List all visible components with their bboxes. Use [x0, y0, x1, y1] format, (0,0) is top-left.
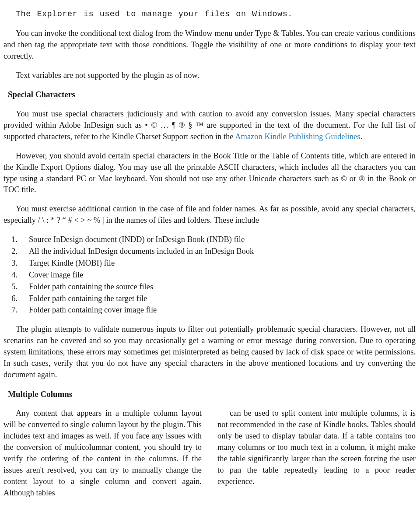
list-item: Source InDesign document (INDD) or InDes… [24, 234, 416, 245]
code-sample-line: The Explorer is used to manage your file… [16, 9, 416, 20]
list-item: Folder path containing cover image file [24, 305, 416, 316]
list-item: Folder path containing the target file [24, 293, 416, 305]
list-item: All the individual InDesign documents in… [24, 246, 416, 257]
heading-multiple-columns: Multiple Columns [8, 389, 416, 400]
multi-column-container: Any content that appears in a multiple c… [4, 408, 416, 498]
list-item: Folder path containing the source files [24, 281, 416, 293]
list-item: Target Kindle (MOBI) file [24, 258, 416, 269]
paragraph-validation: The plugin attempts to validate numerous… [4, 324, 416, 380]
file-list: Source InDesign document (INDD) or InDes… [24, 234, 416, 316]
paragraph-file-folder-names: You must exercise additional caution in … [4, 203, 416, 226]
list-item: Cover image file [24, 270, 416, 281]
paragraph-special-chars-intro: You must use special characters judiciou… [4, 109, 416, 143]
column-left: Any content that appears in a multiple c… [4, 408, 202, 498]
link-publishing-guidelines[interactable]: Amazon Kindle Publishing Guidelines [235, 132, 360, 141]
paragraph-text-variables: Text variables are not supported by the … [4, 70, 416, 81]
paragraph-avoid-chars-title: However, you should avoid certain specia… [4, 151, 416, 196]
column-left-text: Any content that appears in a multiple c… [4, 408, 202, 498]
paragraph-conditional-text: You can invoke the conditional text dial… [4, 28, 416, 62]
heading-special-characters: Special Characters [8, 89, 416, 101]
paragraph-special-chars-text-b: . [360, 132, 362, 141]
column-right-text: can be used to split content into multip… [217, 408, 416, 487]
column-right: can be used to split content into multip… [217, 408, 416, 498]
